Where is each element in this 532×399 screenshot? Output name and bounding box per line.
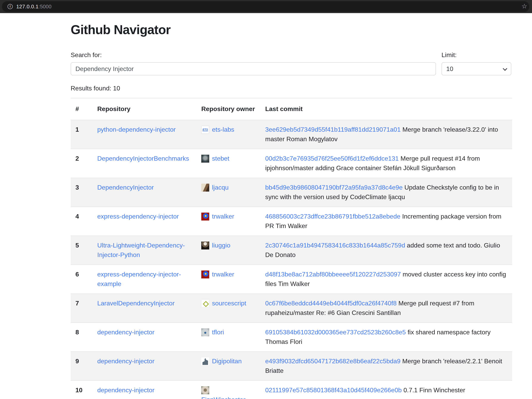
results-table: # Repository Repository owner Last commi… [71,98,512,399]
owner-cell: stebet [196,149,260,178]
owner-avatar [201,155,209,163]
browser-toolbar: i 127.0.0.1:5000 ☆ [0,0,532,13]
owner-cell: trwalker [196,207,260,236]
repository-link[interactable]: DependencyInjector [97,184,154,191]
owner-avatar [201,328,209,336]
owner-link[interactable]: trwalker [212,213,234,220]
page-title: Github Navigator [71,23,512,37]
owner-link[interactable]: tflori [212,329,224,336]
commit-hash-link[interactable]: 2c30746c1a91b4947583416c833b1644a85c759d [265,242,405,249]
owner-link[interactable]: stebet [212,155,229,162]
owner-cell: sourcescript [196,294,260,323]
table-header-row: # Repository Repository owner Last commi… [71,98,512,120]
owner-avatar [201,184,209,191]
repo-cell: DependencyInjector [93,178,196,207]
commit-cell: 0c67f6be8eddcd4449eb4044f5df0ca26f4740f8… [260,294,512,323]
site-info-icon[interactable]: i [7,4,13,9]
address-bar[interactable]: i 127.0.0.1:5000 [2,1,529,12]
commit-message: 0.7.1 Finn Winchester [403,387,465,393]
repository-link[interactable]: DependencyInjectorBenchmarks [97,155,189,162]
owner-link[interactable]: FinnWinchester [201,396,245,399]
commit-hash-link[interactable]: 02111997e57c85801368f43a10d45f409e266e0b [265,387,402,393]
commit-hash-link[interactable]: d48f13be8ac712abf80bbeeee5f120227d253097 [265,271,401,278]
owner-avatar [201,357,209,365]
repository-link[interactable]: dependency-injector [97,329,154,336]
owner-avatar [201,300,209,307]
row-number: 10 [71,381,93,399]
owner-cell: trwalker [196,265,260,294]
row-number: 9 [71,352,93,381]
header-num: # [71,98,93,120]
commit-cell: 02111997e57c85801368f43a10d45f409e266e0b… [260,381,512,399]
owner-cell: ETSets-labs [196,120,260,149]
row-number: 7 [71,294,93,323]
table-row: 5 Ultra-Lightweight-Dependency-Injector-… [71,236,512,265]
commit-hash-link[interactable]: bb45d9e3b98608047190bf72a95fa9a37d8c4e9e [265,184,403,191]
limit-select[interactable]: 10 [442,62,511,75]
repo-cell: dependency-injector [93,381,196,399]
commit-cell: 00d2b3c7e76935d76f25ee50f6d1f2ef6ddce131… [260,149,512,178]
search-label: Search for: [71,52,442,59]
table-row: 10 dependency-injector FinnWinchester 02… [71,381,512,399]
commit-cell: 69105384b61032d000365ee737cd2523b260c8e5… [260,323,512,352]
table-row: 2 DependencyInjectorBenchmarks stebet 00… [71,149,512,178]
commit-hash-link[interactable]: 468856003c273dffce23b86791fbbe512a8ebede [265,213,400,220]
repo-cell: Ultra-Lightweight-Dependency-Injector-Py… [93,236,196,265]
commit-cell: bb45d9e3b98608047190bf72a95fa9a37d8c4e9e… [260,178,512,207]
owner-link[interactable]: sourcescript [212,300,246,307]
header-repository: Repository [93,98,196,120]
url-host: 127.0.0.1 [16,4,38,10]
row-number: 1 [71,120,93,149]
results-body: 1 python-dependency-injector ETSets-labs… [71,120,512,399]
bookmark-star-icon[interactable]: ☆ [521,2,527,11]
repo-cell: DependencyInjectorBenchmarks [93,149,196,178]
owner-cell: ljacqu [196,178,260,207]
owner-cell: FinnWinchester [196,381,260,399]
commit-hash-link[interactable]: 3ee629eb5d7349d55f41b119aff81dd219071a01 [265,126,401,133]
owner-link[interactable]: Digipolitan [212,358,241,364]
repository-link[interactable]: express-dependency-injector-example [97,271,181,287]
table-row: 7 LaravelDependencyInjector sourcescript… [71,294,512,323]
owner-avatar: ETS [201,126,209,134]
repository-link[interactable]: LaravelDependencyInjector [97,300,175,307]
owner-avatar [201,213,209,221]
owner-cell: Digipolitan [196,352,260,381]
search-input[interactable] [71,62,436,75]
commit-hash-link[interactable]: 0c67f6be8eddcd4449eb4044f5df0ca26f4740f8 [265,300,397,307]
owner-link[interactable]: ets-labs [212,126,234,133]
limit-label: Limit: [442,52,456,59]
repo-cell: express-dependency-injector-example [93,265,196,294]
results-summary: Results found: 10 [71,85,512,92]
owner-cell: tflori [196,323,260,352]
url-port: :5000 [38,4,51,10]
owner-link[interactable]: trwalker [212,271,234,278]
header-last-commit: Last commit [260,98,512,120]
row-number: 5 [71,236,93,265]
repository-link[interactable]: python-dependency-injector [97,126,176,133]
repository-link[interactable]: express-dependency-injector [97,213,179,220]
row-number: 3 [71,178,93,207]
repository-link[interactable]: dependency-injector [97,358,154,364]
row-number: 8 [71,323,93,352]
commit-cell: e493f9032dfcd65047172b682e8b6eaf22c5bda9… [260,352,512,381]
row-number: 6 [71,265,93,294]
commit-hash-link[interactable]: 00d2b3c7e76935d76f25ee50f6d1f2ef6ddce131 [265,155,399,162]
repository-link[interactable]: Ultra-Lightweight-Dependency-Injector-Py… [97,242,185,258]
owner-avatar [201,270,209,278]
main-content: Github Navigator Search for: Limit: 10 R… [71,13,512,399]
commit-cell: 2c30746c1a91b4947583416c833b1644a85c759d… [260,236,512,265]
repository-link[interactable]: dependency-injector [97,387,154,393]
row-number: 4 [71,207,93,236]
owner-avatar [201,386,209,394]
repo-cell: python-dependency-injector [93,120,196,149]
table-row: 1 python-dependency-injector ETSets-labs… [71,120,512,149]
repo-cell: dependency-injector [93,352,196,381]
table-row: 6 express-dependency-injector-example tr… [71,265,512,294]
commit-hash-link[interactable]: e493f9032dfcd65047172b682e8b6eaf22c5bda9 [265,358,401,364]
repo-cell: dependency-injector [93,323,196,352]
table-row: 4 express-dependency-injector trwalker 4… [71,207,512,236]
table-row: 8 dependency-injector tflori 69105384b61… [71,323,512,352]
commit-hash-link[interactable]: 69105384b61032d000365ee737cd2523b260c8e5 [265,329,406,336]
owner-link[interactable]: liuggio [212,242,230,249]
owner-link[interactable]: ljacqu [212,184,229,191]
